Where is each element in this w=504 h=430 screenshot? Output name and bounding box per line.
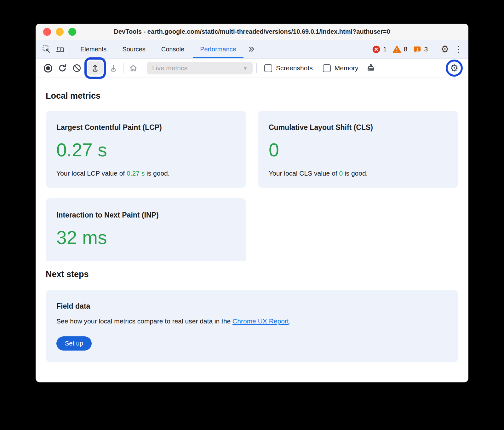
- lcp-card: Largest Contentful Paint (LCP) 0.27 s Yo…: [46, 111, 246, 188]
- minimize-window-button[interactable]: [56, 28, 64, 36]
- clear-button[interactable]: [70, 61, 84, 75]
- lcp-description: Your local LCP value of 0.27 s is good.: [56, 170, 235, 177]
- screenshots-checkbox[interactable]: [264, 64, 272, 72]
- memory-checkbox[interactable]: [323, 64, 331, 72]
- record-and-reload-button[interactable]: [55, 61, 70, 75]
- field-data-title: Field data: [56, 302, 448, 311]
- capture-settings-gear-icon[interactable]: ⚙: [450, 63, 459, 73]
- download-icon: [109, 63, 118, 73]
- devtools-window: DevTools - earth.google.com/static/multi…: [36, 24, 468, 382]
- brush-icon: [366, 63, 376, 73]
- home-button[interactable]: [126, 61, 140, 75]
- divider: [70, 44, 70, 54]
- upload-icon: [90, 63, 100, 73]
- issues-count: 3: [424, 45, 428, 53]
- memory-option: Memory: [323, 64, 358, 72]
- screenshots-option: Screenshots: [264, 64, 313, 72]
- issues-icon: [413, 45, 421, 54]
- home-icon: [129, 63, 138, 73]
- field-data-card: Field data See how your local metrics co…: [46, 290, 458, 362]
- next-steps-section: Next steps Field data See how your local…: [36, 261, 468, 362]
- local-metrics-heading: Local metrics: [46, 78, 458, 111]
- live-metrics-select[interactable]: Live metrics ▼: [147, 62, 253, 74]
- close-window-button[interactable]: [43, 28, 51, 36]
- save-profile-button[interactable]: [106, 61, 121, 75]
- inp-card-clipped-region: Interaction to Next Paint (INP) 32 ms: [46, 198, 246, 261]
- cls-card-title: Cumulative Layout Shift (CLS): [269, 123, 448, 132]
- record-button[interactable]: [41, 61, 55, 75]
- record-icon: [44, 64, 52, 73]
- lcp-value: 0.27 s: [56, 141, 235, 160]
- active-tab-indicator: [193, 57, 243, 58]
- live-metrics-selected-value: Live metrics: [152, 64, 187, 72]
- tab-console[interactable]: Console: [153, 40, 192, 58]
- warnings-count: 8: [404, 45, 408, 53]
- capture-settings-wrap: ⚙: [445, 59, 463, 77]
- screenshots-label[interactable]: Screenshots: [276, 64, 313, 72]
- load-profile-button[interactable]: [88, 61, 103, 75]
- divider: [143, 63, 143, 73]
- memory-label[interactable]: Memory: [335, 64, 358, 72]
- tab-sources[interactable]: Sources: [114, 40, 153, 58]
- performance-panel-content: Local metrics Largest Contentful Paint (…: [36, 78, 468, 362]
- reload-icon: [58, 63, 67, 73]
- set-up-button[interactable]: Set up: [56, 336, 92, 351]
- inp-value: 32 ms: [56, 228, 235, 248]
- divider: [256, 63, 257, 73]
- divider: [123, 63, 123, 73]
- warnings-badge[interactable]: 8: [391, 45, 409, 54]
- customize-devtools-menu-icon[interactable]: ⋮: [452, 45, 465, 54]
- traffic-lights: [43, 28, 76, 36]
- field-data-text: See how your local metrics compare to re…: [56, 317, 448, 325]
- zoom-window-button[interactable]: [68, 28, 76, 36]
- inp-card: Interaction to Next Paint (INP) 32 ms: [46, 198, 246, 261]
- inspect-element-icon[interactable]: [39, 42, 53, 56]
- next-steps-heading: Next steps: [46, 261, 458, 290]
- chevron-down-icon: ▼: [243, 66, 248, 71]
- collect-garbage-button[interactable]: [364, 61, 378, 75]
- divider: [441, 63, 441, 73]
- performance-toolbar: Live metrics ▼ Screenshots Memory ⚙: [36, 59, 468, 78]
- more-tabs-icon[interactable]: [244, 45, 259, 53]
- tab-performance[interactable]: Performance: [192, 40, 244, 58]
- cls-value: 0: [269, 141, 448, 160]
- cls-card: Cumulative Layout Shift (CLS) 0 Your loc…: [258, 111, 458, 188]
- block-icon: [72, 63, 82, 73]
- tab-elements[interactable]: Elements: [72, 40, 114, 58]
- issues-badge[interactable]: 3: [412, 45, 429, 54]
- window-title: DevTools - earth.google.com/static/multi…: [114, 28, 390, 35]
- errors-badge[interactable]: 1: [371, 45, 388, 54]
- lcp-inline-value: 0.27 s: [127, 170, 145, 177]
- upload-profile-wrap: [85, 59, 105, 77]
- divider: [435, 44, 435, 54]
- cls-inline-value: 0: [339, 170, 343, 177]
- devtools-tab-bar: Elements Sources Console Performance 1: [36, 40, 468, 59]
- error-icon: [372, 45, 381, 54]
- devtools-settings-gear-icon[interactable]: ⚙: [441, 44, 449, 54]
- title-bar: DevTools - earth.google.com/static/multi…: [36, 24, 468, 40]
- status-cluster: 1 8 3 ⚙ ⋮: [371, 44, 465, 54]
- errors-count: 1: [383, 45, 387, 53]
- device-toolbar-icon[interactable]: [53, 42, 67, 56]
- chrome-ux-report-link[interactable]: Chrome UX Report: [232, 317, 289, 325]
- warning-icon: [392, 45, 401, 54]
- lcp-card-title: Largest Contentful Paint (LCP): [56, 123, 235, 132]
- inp-card-title: Interaction to Next Paint (INP): [56, 211, 235, 219]
- metric-cards-grid: Largest Contentful Paint (LCP) 0.27 s Yo…: [46, 111, 458, 188]
- cls-description: Your local CLS value of 0 is good.: [269, 170, 448, 177]
